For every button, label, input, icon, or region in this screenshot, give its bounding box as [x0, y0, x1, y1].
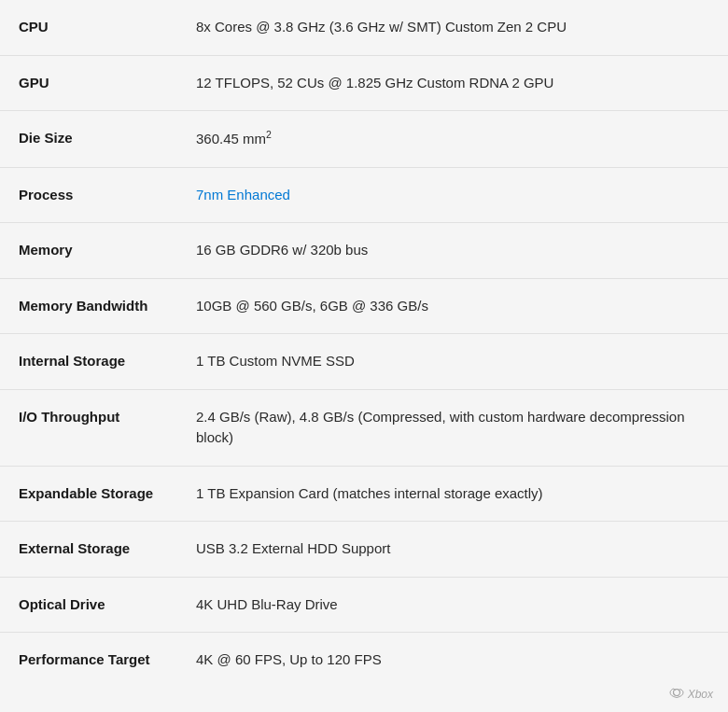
table-row: Process7nm Enhanced	[0, 167, 728, 223]
spec-value: 1 TB Expansion Card (matches internal st…	[177, 466, 728, 522]
spec-label: Optical Drive	[0, 577, 177, 633]
spec-value: USB 3.2 External HDD Support	[177, 522, 728, 578]
table-row: Internal Storage1 TB Custom NVME SSD	[0, 334, 728, 390]
superscript: 2	[266, 129, 272, 140]
spec-label: Process	[0, 167, 177, 223]
spec-value: 4K @ 60 FPS, Up to 120 FPS	[177, 633, 728, 688]
spec-label: Expandable Storage	[0, 466, 177, 522]
table-row: Memory Bandwidth10GB @ 560 GB/s, 6GB @ 3…	[0, 278, 728, 334]
spec-value: 12 TFLOPS, 52 CUs @ 1.825 GHz Custom RDN…	[177, 55, 728, 111]
spec-label: CPU	[0, 0, 177, 55]
table-row: GPU12 TFLOPS, 52 CUs @ 1.825 GHz Custom …	[0, 55, 728, 111]
watermark-icon	[669, 688, 684, 701]
spec-value: 1 TB Custom NVME SSD	[177, 334, 728, 390]
table-row: Expandable Storage1 TB Expansion Card (m…	[0, 466, 728, 522]
watermark-text: Xbox	[688, 688, 713, 701]
table-row: CPU8x Cores @ 3.8 GHz (3.6 GHz w/ SMT) C…	[0, 0, 728, 55]
table-row: External StorageUSB 3.2 External HDD Sup…	[0, 522, 728, 578]
table-row: Optical Drive4K UHD Blu-Ray Drive	[0, 577, 728, 633]
spec-value: 16 GB GDDR6 w/ 320b bus	[177, 223, 728, 279]
table-row: I/O Throughput2.4 GB/s (Raw), 4.8 GB/s (…	[0, 389, 728, 466]
spec-label: GPU	[0, 55, 177, 111]
spec-label: Memory Bandwidth	[0, 278, 177, 334]
table-row: Die Size360.45 mm2	[0, 111, 728, 168]
specs-table: CPU8x Cores @ 3.8 GHz (3.6 GHz w/ SMT) C…	[0, 0, 728, 688]
spec-value: 4K UHD Blu-Ray Drive	[177, 577, 728, 633]
spec-value: 360.45 mm2	[177, 111, 728, 168]
spec-label: Internal Storage	[0, 334, 177, 390]
spec-value: 8x Cores @ 3.8 GHz (3.6 GHz w/ SMT) Cust…	[177, 0, 728, 55]
spec-value: 2.4 GB/s (Raw), 4.8 GB/s (Compressed, wi…	[177, 389, 728, 466]
watermark: Xbox	[669, 688, 713, 701]
spec-label: External Storage	[0, 522, 177, 578]
spec-label: Memory	[0, 223, 177, 279]
table-row: Memory16 GB GDDR6 w/ 320b bus	[0, 223, 728, 279]
table-row: Performance Target4K @ 60 FPS, Up to 120…	[0, 633, 728, 688]
spec-label: I/O Throughput	[0, 389, 177, 466]
spec-value: 7nm Enhanced	[177, 167, 728, 223]
spec-label: Die Size	[0, 111, 177, 168]
spec-label: Performance Target	[0, 633, 177, 688]
spec-value: 10GB @ 560 GB/s, 6GB @ 336 GB/s	[177, 278, 728, 334]
